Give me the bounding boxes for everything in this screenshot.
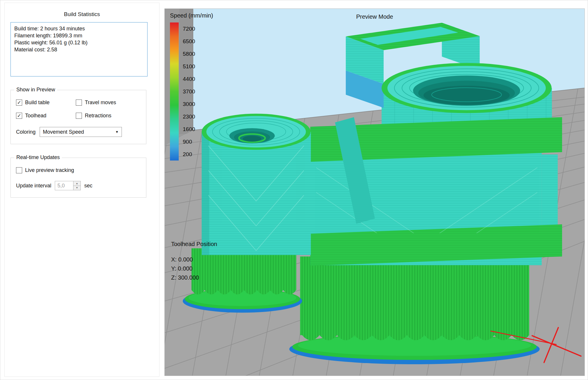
preview-checkbox-grid: ✓ Build table Travel moves ✓ Toolhead Re…	[16, 100, 141, 119]
coloring-dropdown-value: Movement Speed	[43, 129, 84, 135]
spinner-down-icon: ▼	[76, 186, 78, 189]
update-interval-label: Update interval	[16, 183, 51, 189]
checkbox-box-icon	[76, 113, 82, 119]
slicer-preview-window: Build Statistics Build time: 2 hours 34 …	[0, 0, 588, 380]
legend-value: 4400	[183, 73, 195, 85]
update-interval-spinbox[interactable]: 5,0 ▲ ▼	[55, 181, 81, 190]
check-mark-icon: ✓	[17, 100, 21, 105]
legend-value: 2300	[183, 110, 195, 123]
build-statistics-title: Build Statistics	[5, 3, 159, 18]
stat-plastic-weight: Plastic weight: 56.01 g (0.12 lb)	[14, 39, 144, 46]
model-right-ring-top	[382, 63, 552, 113]
legend-value: 900	[183, 135, 195, 148]
legend-value: 3700	[183, 85, 195, 98]
speed-legend: Speed (mm/min) 7200650058005100440037003…	[170, 12, 213, 161]
preview-mode-title: Preview Mode	[165, 13, 585, 20]
checkbox-label: Toolhead	[25, 113, 46, 119]
preview-sidebar: Build Statistics Build time: 2 hours 34 …	[4, 3, 159, 377]
coloring-label: Coloring	[16, 129, 36, 135]
coloring-row: Coloring Movement Speed ▼	[16, 127, 141, 137]
model-left-ring-top	[202, 114, 310, 150]
legend-value: 5100	[183, 60, 195, 73]
update-interval-value[interactable]: 5,0	[55, 181, 73, 190]
checkbox-label: Retractions	[85, 113, 111, 119]
toolhead-position-readout: Toolhead Position X: 0.000 Y: 0.000 Z: 3…	[171, 241, 217, 282]
speed-legend-body: 7200650058005100440037003000230016009002…	[170, 22, 213, 161]
coloring-dropdown[interactable]: Movement Speed ▼	[40, 127, 122, 137]
update-interval-unit: sec	[84, 183, 92, 189]
preview-3d-scene[interactable]	[165, 9, 585, 376]
checkbox-box-icon: ✓	[16, 113, 22, 119]
checkbox-label: Build table	[25, 100, 50, 106]
toolhead-y: Y: 0.000	[171, 264, 217, 273]
checkbox-toolhead[interactable]: ✓ Toolhead	[16, 113, 76, 119]
legend-gradient-bar	[170, 22, 179, 161]
toolhead-z: Z: 300.000	[171, 273, 217, 282]
stat-filament-length: Filament length: 19899.3 mm	[14, 32, 144, 39]
checkbox-box-icon: ✓	[16, 100, 22, 106]
stat-build-time: Build time: 2 hours 34 minutes	[14, 25, 144, 32]
checkbox-build-table[interactable]: ✓ Build table	[16, 100, 76, 106]
dropdown-arrow-icon: ▼	[115, 130, 119, 134]
checkbox-label: Travel moves	[85, 100, 116, 106]
check-mark-icon: ✓	[17, 113, 21, 118]
preview-3d-viewport[interactable]: Preview Mode Speed (mm/min) 720065005800…	[164, 8, 585, 376]
show-in-preview-group: Show in Preview ✓ Build table Travel mov…	[10, 90, 146, 144]
build-statistics-box: Build time: 2 hours 34 minutes Filament …	[10, 22, 148, 76]
checkbox-label: Live preview tracking	[25, 167, 74, 173]
spinner-down-button[interactable]: ▼	[73, 186, 80, 190]
spinner-up-icon: ▲	[76, 182, 78, 185]
realtime-updates-title: Real-time Updates	[14, 154, 62, 161]
stat-material-cost: Material cost: 2.58	[14, 46, 144, 53]
checkbox-travel-moves[interactable]: Travel moves	[76, 100, 140, 106]
speed-legend-title: Speed (mm/min)	[170, 12, 213, 19]
spinner-up-button[interactable]: ▲	[73, 181, 80, 186]
legend-labels: 7200650058005100440037003000230016009002…	[183, 22, 195, 161]
spinner-buttons: ▲ ▼	[73, 181, 80, 190]
legend-value: 1600	[183, 123, 195, 135]
toolhead-x: X: 0.000	[171, 255, 217, 264]
legend-value: 200	[183, 148, 195, 161]
realtime-updates-group: Real-time Updates Live preview tracking …	[10, 158, 146, 198]
checkbox-box-icon	[76, 100, 82, 106]
legend-value: 3000	[183, 98, 195, 110]
checkbox-retractions[interactable]: Retractions	[76, 113, 140, 119]
checkbox-live-preview-tracking[interactable]: Live preview tracking	[16, 167, 141, 173]
legend-value: 6500	[183, 35, 195, 48]
toolhead-position-title: Toolhead Position	[171, 241, 217, 247]
show-in-preview-title: Show in Preview	[14, 87, 57, 93]
update-interval-row: Update interval 5,0 ▲ ▼ sec	[16, 181, 141, 190]
checkbox-box-icon	[16, 167, 22, 173]
legend-value: 5800	[183, 48, 195, 60]
legend-value: 7200	[183, 22, 195, 35]
